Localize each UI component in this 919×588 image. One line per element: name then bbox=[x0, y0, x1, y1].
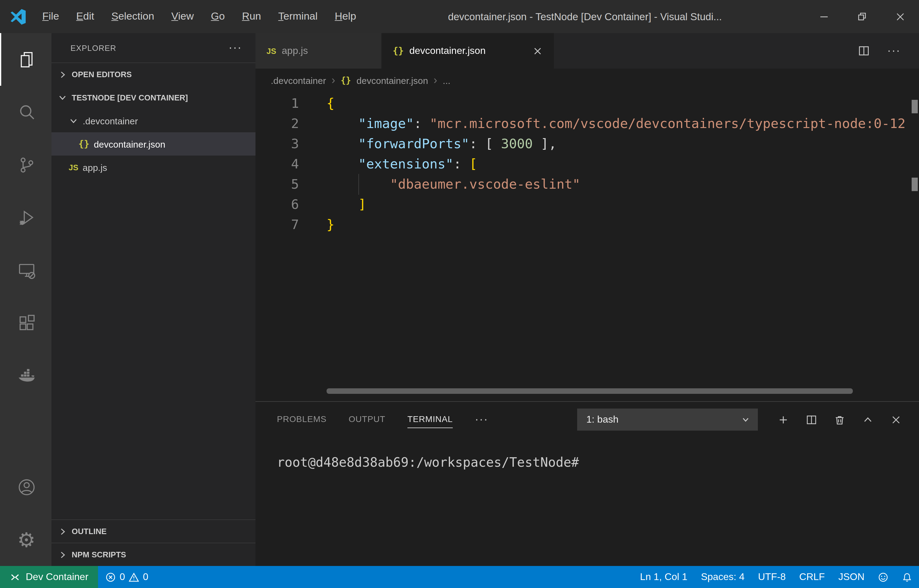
menu-edit[interactable]: Edit bbox=[68, 0, 103, 33]
chevron-down-icon bbox=[58, 92, 68, 102]
minimize-button[interactable] bbox=[805, 0, 843, 33]
activitybar-source-control[interactable] bbox=[0, 139, 52, 191]
activitybar-settings[interactable]: ⚙ bbox=[0, 513, 52, 566]
notifications-button[interactable] bbox=[895, 566, 919, 588]
code-text: "dbaeumer.vscode-eslint" bbox=[299, 174, 580, 194]
code-line[interactable]: 1{ bbox=[255, 93, 919, 113]
indentation-status[interactable]: Spaces: 4 bbox=[694, 566, 751, 588]
activitybar-docker[interactable] bbox=[0, 349, 52, 402]
overview-ruler-marker bbox=[912, 178, 918, 191]
chevron-right-icon bbox=[58, 550, 68, 559]
panel-tab-terminal[interactable]: TERMINAL bbox=[407, 411, 453, 428]
terminal-select[interactable]: 1: bash bbox=[577, 409, 758, 431]
activitybar-search[interactable] bbox=[0, 86, 52, 139]
js-file-icon: JS bbox=[69, 163, 78, 172]
tree-item-devcontainer-folder[interactable]: .devcontainer bbox=[52, 109, 255, 132]
activitybar-accounts[interactable] bbox=[0, 460, 52, 513]
kill-terminal-trash-icon[interactable] bbox=[834, 414, 845, 425]
horizontal-scrollbar[interactable] bbox=[326, 388, 853, 394]
tree-item-label: app.js bbox=[83, 162, 107, 173]
json-file-icon: {} bbox=[341, 75, 351, 85]
remote-explorer-icon bbox=[17, 261, 36, 279]
menu-file[interactable]: File bbox=[34, 0, 68, 33]
explorer-sidebar: EXPLORER ··· OPEN EDITORS TESTNODE [DEV … bbox=[52, 33, 255, 566]
panel-header: PROBLEMS OUTPUT TERMINAL ··· 1: bash bbox=[255, 402, 919, 437]
activitybar-extensions[interactable] bbox=[0, 296, 52, 349]
problems-status[interactable]: 0 0 bbox=[99, 566, 156, 588]
menu-selection[interactable]: Selection bbox=[103, 0, 163, 33]
activitybar-remote-explorer[interactable] bbox=[0, 244, 52, 296]
section-npm-scripts[interactable]: NPM SCRIPTS bbox=[52, 543, 255, 566]
code-editor[interactable]: 1{2 "image": "mcr.microsoft.com/vscode/d… bbox=[255, 92, 919, 401]
more-actions-icon[interactable]: ··· bbox=[475, 413, 488, 426]
breadcrumb-item-folder[interactable]: .devcontainer bbox=[271, 75, 326, 86]
remote-label: Dev Container bbox=[26, 572, 89, 583]
line-number: 4 bbox=[255, 154, 299, 174]
activity-bar: ⚙ bbox=[0, 33, 52, 566]
section-workspace-root[interactable]: TESTNODE [DEV CONTAINER] bbox=[52, 86, 255, 109]
activitybar-explorer[interactable] bbox=[0, 33, 52, 86]
line-number: 6 bbox=[255, 194, 299, 214]
code-text: "extensions": [ bbox=[299, 154, 477, 174]
tree-item-devcontainer-json[interactable]: {} devcontainer.json bbox=[52, 132, 255, 155]
encoding-status[interactable]: UTF-8 bbox=[751, 566, 793, 588]
code-text: } bbox=[299, 214, 334, 234]
code-line[interactable]: 5 "dbaeumer.vscode-eslint" bbox=[255, 174, 919, 194]
code-line[interactable]: 6 ] bbox=[255, 194, 919, 214]
menu-view[interactable]: View bbox=[163, 0, 202, 33]
code-line[interactable]: 3 "forwardPorts": [ 3000 ], bbox=[255, 134, 919, 154]
new-terminal-icon[interactable] bbox=[777, 414, 789, 425]
close-tab-icon[interactable] bbox=[532, 46, 543, 56]
section-outline[interactable]: OUTLINE bbox=[52, 519, 255, 543]
split-editor-icon[interactable] bbox=[858, 45, 870, 57]
tab-devcontainer-json[interactable]: {} devcontainer.json bbox=[382, 33, 554, 69]
eol-status[interactable]: CRLF bbox=[793, 566, 832, 588]
cursor-position[interactable]: Ln 1, Col 1 bbox=[633, 566, 694, 588]
split-terminal-icon[interactable] bbox=[806, 414, 817, 425]
remote-indicator[interactable]: Dev Container bbox=[0, 566, 99, 588]
tab-app-js[interactable]: JS app.js bbox=[255, 33, 382, 69]
menu-go[interactable]: Go bbox=[202, 0, 233, 33]
activitybar-run-debug[interactable] bbox=[0, 191, 52, 244]
terminal-content[interactable]: root@d48e8d38ab69:/workspaces/TestNode# bbox=[255, 437, 919, 566]
vscode-logo-icon bbox=[10, 8, 26, 25]
account-icon bbox=[17, 477, 36, 496]
panel-tab-problems[interactable]: PROBLEMS bbox=[277, 411, 326, 428]
tree-item-app-js[interactable]: JS app.js bbox=[52, 155, 255, 179]
json-file-icon: {} bbox=[78, 139, 89, 149]
more-actions-icon[interactable]: ··· bbox=[229, 41, 242, 55]
more-actions-icon[interactable]: ··· bbox=[887, 44, 901, 58]
breadcrumb-item-file[interactable]: devcontainer.json bbox=[357, 75, 428, 86]
statusbar-right: Ln 1, Col 1 Spaces: 4 UTF-8 CRLF JSON bbox=[633, 566, 919, 588]
sidebar-title: EXPLORER bbox=[71, 43, 116, 52]
language-mode[interactable]: JSON bbox=[832, 566, 871, 588]
line-number: 5 bbox=[255, 174, 299, 194]
panel-tab-output[interactable]: OUTPUT bbox=[349, 411, 385, 428]
close-icon bbox=[894, 11, 906, 23]
feedback-button[interactable] bbox=[871, 566, 895, 588]
section-label: OUTLINE bbox=[72, 527, 107, 536]
restore-button[interactable] bbox=[843, 0, 881, 33]
line-number: 2 bbox=[255, 113, 299, 134]
chevron-right-icon bbox=[58, 527, 68, 536]
sidebar-header: EXPLORER ··· bbox=[52, 33, 255, 63]
code-line[interactable]: 4 "extensions": [ bbox=[255, 154, 919, 174]
line-number: 1 bbox=[255, 93, 299, 113]
breadcrumb-item-symbol[interactable]: ... bbox=[443, 75, 450, 86]
menu-terminal[interactable]: Terminal bbox=[270, 0, 326, 33]
code-line[interactable]: 2 "image": "mcr.microsoft.com/vscode/dev… bbox=[255, 113, 919, 134]
feedback-smiley-icon bbox=[878, 572, 888, 582]
menu-help[interactable]: Help bbox=[326, 0, 365, 33]
close-window-button[interactable] bbox=[881, 0, 919, 33]
search-icon bbox=[17, 103, 36, 121]
files-icon bbox=[17, 50, 36, 69]
maximize-panel-icon[interactable] bbox=[862, 414, 874, 425]
code-line[interactable]: 7} bbox=[255, 214, 919, 234]
menu-run[interactable]: Run bbox=[233, 0, 270, 33]
bell-icon bbox=[902, 572, 912, 582]
code-text: "forwardPorts": [ 3000 ], bbox=[299, 134, 557, 154]
section-open-editors[interactable]: OPEN EDITORS bbox=[52, 63, 255, 86]
close-panel-icon[interactable] bbox=[890, 414, 902, 425]
vscode-window: File Edit Selection View Go Run Terminal… bbox=[0, 0, 919, 588]
restore-icon bbox=[856, 11, 867, 22]
